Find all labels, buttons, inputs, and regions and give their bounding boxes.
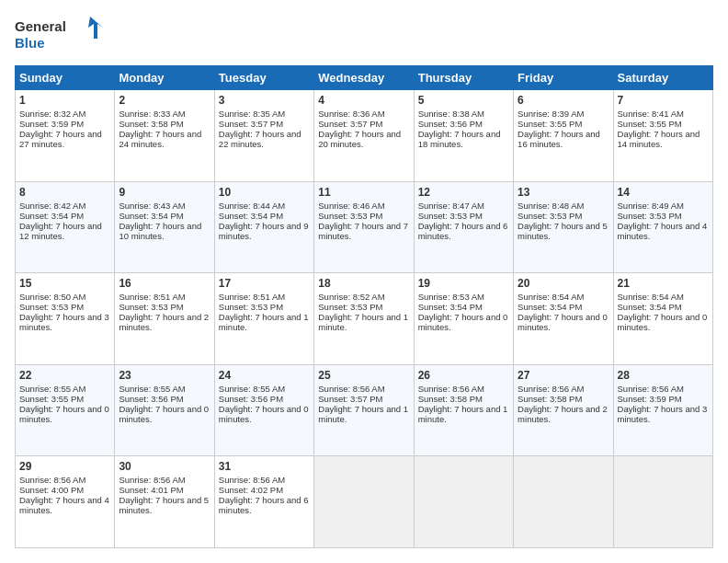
sunrise: Sunrise: 8:55 AM xyxy=(19,384,85,394)
daylight: Daylight: 7 hours and 9 minutes. xyxy=(219,221,309,241)
day-number: 6 xyxy=(518,94,609,107)
calendar-cell: 1Sunrise: 8:32 AMSunset: 3:59 PMDaylight… xyxy=(16,90,115,182)
calendar-cell: 9Sunrise: 8:43 AMSunset: 3:54 PMDaylight… xyxy=(115,181,214,273)
sunrise: Sunrise: 8:36 AM xyxy=(318,109,384,119)
sunrise: Sunrise: 8:47 AM xyxy=(418,201,484,211)
calendar-cell: 13Sunrise: 8:48 AMSunset: 3:53 PMDayligh… xyxy=(514,181,613,273)
day-number: 23 xyxy=(119,369,210,382)
calendar-cell: 2Sunrise: 8:33 AMSunset: 3:58 PMDaylight… xyxy=(115,90,214,182)
sunset: Sunset: 3:56 PM xyxy=(119,394,183,404)
sunset: Sunset: 3:55 PM xyxy=(518,119,582,129)
sunrise: Sunrise: 8:49 AM xyxy=(618,201,684,211)
sunset: Sunset: 3:54 PM xyxy=(119,211,183,221)
calendar-cell xyxy=(414,456,513,548)
sunset: Sunset: 3:57 PM xyxy=(318,394,382,404)
column-header-saturday: Saturday xyxy=(613,66,712,90)
calendar-week-3: 15Sunrise: 8:50 AMSunset: 3:53 PMDayligh… xyxy=(16,273,713,365)
sunset: Sunset: 3:57 PM xyxy=(318,119,382,129)
sunset: Sunset: 3:53 PM xyxy=(119,302,183,312)
calendar-cell: 21Sunrise: 8:54 AMSunset: 3:54 PMDayligh… xyxy=(613,273,712,365)
sunset: Sunset: 3:53 PM xyxy=(219,302,283,312)
calendar-cell: 4Sunrise: 8:36 AMSunset: 3:57 PMDaylight… xyxy=(314,90,414,182)
sunrise: Sunrise: 8:35 AM xyxy=(219,109,285,119)
calendar-cell: 25Sunrise: 8:56 AMSunset: 3:57 PMDayligh… xyxy=(314,364,414,456)
column-header-monday: Monday xyxy=(115,66,214,90)
day-number: 25 xyxy=(318,369,409,382)
day-number: 15 xyxy=(19,277,110,290)
sunset: Sunset: 3:53 PM xyxy=(418,211,483,221)
day-number: 14 xyxy=(618,186,709,199)
sunset: Sunset: 3:55 PM xyxy=(618,119,682,129)
daylight: Daylight: 7 hours and 10 minutes. xyxy=(119,221,201,241)
day-number: 11 xyxy=(318,186,409,199)
column-header-sunday: Sunday xyxy=(16,66,115,90)
daylight: Daylight: 7 hours and 3 minutes. xyxy=(618,404,708,424)
calendar-cell: 14Sunrise: 8:49 AMSunset: 3:53 PMDayligh… xyxy=(613,181,712,273)
daylight: Daylight: 7 hours and 22 minutes. xyxy=(219,129,301,149)
sunrise: Sunrise: 8:53 AM xyxy=(418,292,484,302)
day-number: 24 xyxy=(219,369,310,382)
daylight: Daylight: 7 hours and 0 minutes. xyxy=(19,404,109,424)
sunset: Sunset: 3:59 PM xyxy=(19,119,84,129)
sunset: Sunset: 3:54 PM xyxy=(418,302,483,312)
day-number: 12 xyxy=(418,186,509,199)
sunset: Sunset: 3:58 PM xyxy=(119,119,183,129)
calendar-cell: 29Sunrise: 8:56 AMSunset: 4:00 PMDayligh… xyxy=(16,456,115,548)
column-header-tuesday: Tuesday xyxy=(214,66,313,90)
calendar-cell: 5Sunrise: 8:38 AMSunset: 3:56 PMDaylight… xyxy=(414,90,513,182)
sunrise: Sunrise: 8:56 AM xyxy=(518,384,584,394)
day-number: 13 xyxy=(518,186,609,199)
day-number: 7 xyxy=(618,94,709,107)
day-number: 29 xyxy=(19,460,110,473)
calendar-cell: 16Sunrise: 8:51 AMSunset: 3:53 PMDayligh… xyxy=(115,273,214,365)
day-number: 3 xyxy=(219,94,310,107)
day-number: 5 xyxy=(418,94,509,107)
calendar-cell: 19Sunrise: 8:53 AMSunset: 3:54 PMDayligh… xyxy=(414,273,513,365)
calendar-cell: 30Sunrise: 8:56 AMSunset: 4:01 PMDayligh… xyxy=(115,456,214,548)
sunrise: Sunrise: 8:52 AM xyxy=(318,292,384,302)
calendar-cell xyxy=(314,456,414,548)
day-number: 2 xyxy=(119,94,210,107)
calendar-cell: 8Sunrise: 8:42 AMSunset: 3:54 PMDaylight… xyxy=(16,181,115,273)
sunrise: Sunrise: 8:38 AM xyxy=(418,109,484,119)
sunrise: Sunrise: 8:56 AM xyxy=(418,384,484,394)
sunrise: Sunrise: 8:55 AM xyxy=(219,384,285,394)
day-number: 27 xyxy=(518,369,609,382)
daylight: Daylight: 7 hours and 0 minutes. xyxy=(618,312,708,332)
sunrise: Sunrise: 8:54 AM xyxy=(618,292,684,302)
daylight: Daylight: 7 hours and 0 minutes. xyxy=(119,404,209,424)
column-header-friday: Friday xyxy=(514,66,613,90)
sunset: Sunset: 3:54 PM xyxy=(19,211,84,221)
column-header-wednesday: Wednesday xyxy=(314,66,414,90)
daylight: Daylight: 7 hours and 4 minutes. xyxy=(618,221,708,241)
day-number: 9 xyxy=(119,186,210,199)
daylight: Daylight: 7 hours and 1 minute. xyxy=(418,404,508,424)
day-number: 10 xyxy=(219,186,310,199)
sunrise: Sunrise: 8:46 AM xyxy=(318,201,384,211)
sunset: Sunset: 3:57 PM xyxy=(219,119,283,129)
calendar-cell: 15Sunrise: 8:50 AMSunset: 3:53 PMDayligh… xyxy=(16,273,115,365)
calendar: SundayMondayTuesdayWednesdayThursdayFrid… xyxy=(15,65,713,548)
day-number: 8 xyxy=(19,186,110,199)
sunset: Sunset: 3:54 PM xyxy=(618,302,682,312)
daylight: Daylight: 7 hours and 6 minutes. xyxy=(219,495,309,515)
daylight: Daylight: 7 hours and 1 minute. xyxy=(219,312,309,332)
logo: General Blue xyxy=(15,15,107,56)
sunset: Sunset: 4:02 PM xyxy=(219,485,283,495)
sunrise: Sunrise: 8:39 AM xyxy=(518,109,584,119)
sunrise: Sunrise: 8:55 AM xyxy=(119,384,185,394)
day-number: 1 xyxy=(19,94,110,107)
sunset: Sunset: 3:54 PM xyxy=(518,302,582,312)
day-number: 31 xyxy=(219,460,310,473)
day-number: 4 xyxy=(318,94,409,107)
sunrise: Sunrise: 8:33 AM xyxy=(119,109,185,119)
day-number: 19 xyxy=(418,277,509,290)
calendar-cell xyxy=(514,456,613,548)
svg-text:Blue: Blue xyxy=(15,35,45,51)
sunrise: Sunrise: 8:42 AM xyxy=(19,201,85,211)
sunset: Sunset: 3:59 PM xyxy=(618,394,682,404)
sunrise: Sunrise: 8:50 AM xyxy=(19,292,85,302)
daylight: Daylight: 7 hours and 1 minute. xyxy=(318,404,408,424)
sunrise: Sunrise: 8:32 AM xyxy=(19,109,85,119)
day-number: 21 xyxy=(618,277,709,290)
